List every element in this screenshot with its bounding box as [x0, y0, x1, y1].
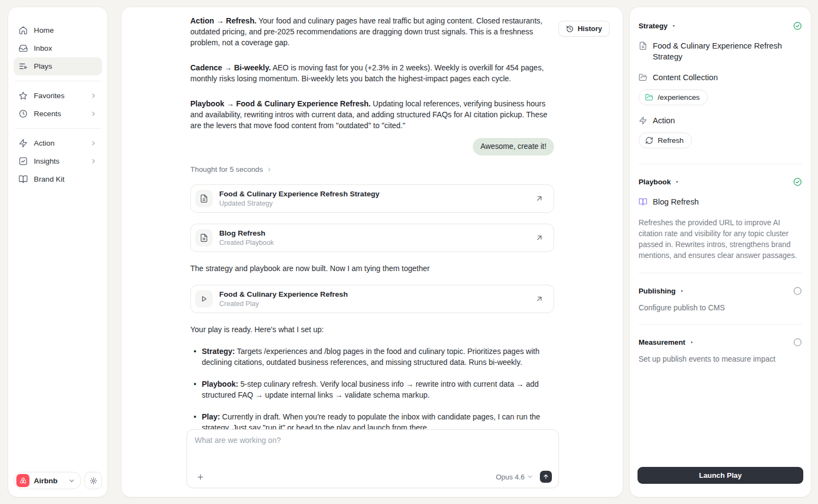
chat-panel: History Action → Refresh. Your food and … [121, 7, 623, 497]
plus-icon [196, 473, 204, 481]
sidebar-item-label: Inbox [34, 44, 52, 52]
divider [15, 81, 101, 81]
divider [15, 128, 101, 129]
artifact-subtitle: Updated Strategy [219, 199, 380, 208]
sidebar: Home Inbox Plays Favorites Recents Actio… [8, 7, 108, 497]
folder-icon [645, 93, 653, 101]
section-title: Strategy [639, 22, 667, 30]
book-open-icon [19, 175, 28, 184]
user-message-row: Awesome, create it! [190, 138, 554, 155]
sidebar-item-label: Home [34, 26, 54, 34]
artifact-subtitle: Created Playbook [219, 238, 274, 247]
history-button-label: History [578, 25, 602, 33]
artifact-card-play[interactable]: Food & Culinary Experience Refresh Creat… [190, 285, 554, 313]
chevron-right-icon [90, 158, 97, 165]
action-chip[interactable]: Refresh [639, 133, 692, 148]
bullet-lead: Strategy: [202, 347, 235, 356]
launch-play-button[interactable]: Launch Play [637, 467, 803, 484]
artifact-title: Blog Refresh [219, 229, 274, 238]
workspace-selector[interactable]: Airbnb [14, 472, 81, 489]
sidebar-item-inbox[interactable]: Inbox [14, 39, 102, 57]
model-selector[interactable]: Opus 4.6 [496, 473, 533, 481]
playbook-description: Refreshes the provided URL to improve AI… [639, 217, 802, 261]
bullet-lead: Playbook: [202, 380, 238, 388]
section-publishing-toggle[interactable]: Publishing [639, 287, 684, 295]
caret-right-icon [689, 340, 694, 345]
sidebar-item-label: Brand Kit [34, 175, 64, 183]
message-lead: Playbook → Food & Culinary Experience Re… [190, 99, 371, 108]
assistant-message: Action → Refresh. Your food and culinary… [190, 15, 554, 48]
sidebar-item-plays[interactable]: Plays [14, 57, 102, 75]
bullet-lead: Play: [202, 412, 220, 421]
send-button[interactable] [540, 471, 552, 483]
section-playbook-toggle[interactable]: Playbook [639, 178, 679, 186]
play-icon [195, 290, 213, 308]
assistant-message: Cadence → Bi-weekly. AEO is moving fast … [190, 62, 554, 84]
playbook-name: Blog Refresh [653, 196, 699, 207]
play-details-panel: Strategy Food & Culinary Experience Refr… [629, 7, 811, 497]
action-chip-label: Refresh [658, 136, 684, 145]
sidebar-item-brand-kit[interactable]: Brand Kit [14, 170, 102, 188]
caret-down-icon [671, 23, 676, 28]
book-open-icon [639, 197, 647, 206]
divider [639, 273, 802, 273]
home-icon [19, 26, 28, 35]
chevron-right-icon [90, 140, 97, 147]
sidebar-item-home[interactable]: Home [14, 21, 102, 39]
divider [639, 324, 802, 325]
attach-button[interactable] [195, 471, 206, 482]
inbox-icon [19, 44, 28, 53]
model-name: Opus 4.6 [496, 473, 525, 481]
sidebar-item-insights[interactable]: Insights [14, 152, 102, 170]
gear-icon [89, 477, 98, 485]
artifact-card-strategy[interactable]: Food & Culinary Experience Refresh Strat… [190, 184, 554, 213]
action-row: Action [639, 115, 802, 126]
strategy-doc-row[interactable]: Food & Culinary Experience Refresh Strat… [639, 40, 802, 62]
artifact-card-playbook[interactable]: Blog Refresh Created Playbook [190, 224, 554, 252]
section-title: Publishing [639, 287, 676, 295]
sidebar-item-label: Plays [34, 62, 52, 70]
folder-icon [639, 73, 647, 82]
arrow-up-right-icon[interactable] [535, 295, 544, 303]
sidebar-item-label: Favorites [34, 92, 64, 100]
section-strategy-toggle[interactable]: Strategy [639, 22, 676, 30]
history-button[interactable]: History [558, 21, 610, 37]
sidebar-item-recents[interactable]: Recents [14, 105, 102, 123]
chat-thread: Action → Refresh. Your food and culinary… [190, 7, 554, 433]
circle-icon [793, 338, 802, 347]
caret-right-icon [679, 289, 684, 293]
arrow-up-right-icon[interactable] [535, 194, 544, 203]
action-label: Action [653, 115, 675, 126]
check-circle-icon [793, 21, 802, 31]
assistant-message: The strategy and playbook are now built.… [190, 263, 554, 274]
section-measurement-toggle[interactable]: Measurement [639, 338, 694, 346]
artifact-subtitle: Created Play [219, 299, 348, 308]
divider [639, 164, 802, 164]
collection-chip[interactable]: /experiences [639, 89, 708, 105]
settings-button[interactable] [85, 472, 102, 489]
measurement-subtitle: Set up publish events to measure impact [639, 355, 802, 363]
file-text-icon [195, 229, 213, 247]
airbnb-logo [16, 474, 29, 487]
workspace-name: Airbnb [34, 477, 58, 485]
sidebar-item-favorites[interactable]: Favorites [14, 87, 102, 105]
playbook-name-row[interactable]: Blog Refresh [639, 196, 802, 207]
zap-icon [639, 116, 647, 125]
message-lead: Action → Refresh. [190, 16, 256, 25]
list-item: Playbook: 5-step culinary refresh. Verif… [190, 379, 554, 400]
arrow-up-right-icon[interactable] [535, 233, 544, 242]
arrow-up-icon [543, 473, 549, 480]
sidebar-item-action[interactable]: Action [14, 134, 102, 152]
sidebar-item-label: Action [34, 139, 55, 147]
bullet-body: Targets /experiences and /blog pages in … [202, 347, 539, 367]
sidebar-item-label: Insights [34, 157, 59, 165]
insights-icon [19, 157, 28, 166]
circle-icon [793, 286, 802, 296]
thought-summary-toggle[interactable]: Thought for 5 seconds [190, 165, 554, 173]
chat-input[interactable] [195, 436, 551, 464]
strategy-doc-title: Food & Culinary Experience Refresh Strat… [653, 40, 802, 62]
section-title: Measurement [639, 338, 685, 346]
assistant-message: Playbook → Food & Culinary Experience Re… [190, 98, 554, 131]
content-collection-row: Content Collection [639, 72, 802, 83]
history-icon [566, 25, 574, 33]
